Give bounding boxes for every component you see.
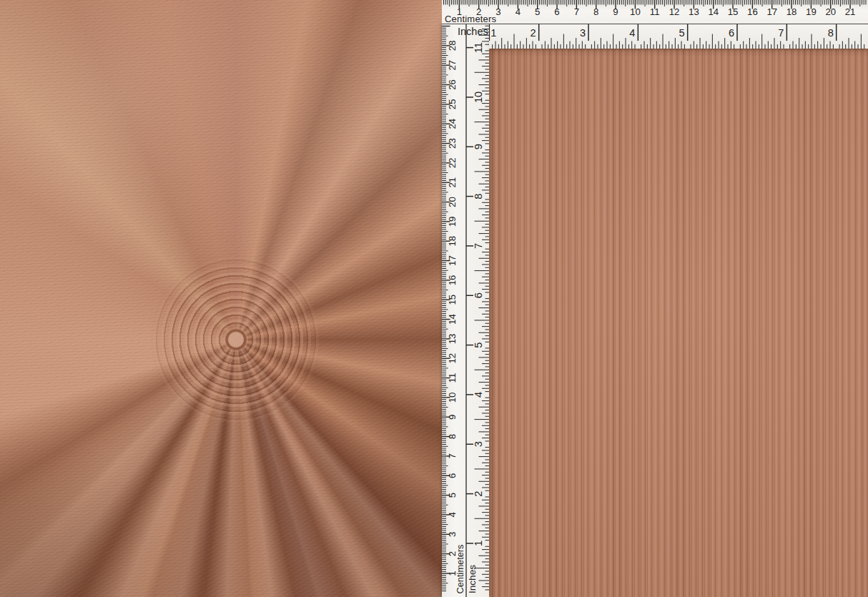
vertical-ruler: 1234567891011121314151617181920212223242… — [442, 24, 489, 597]
svg-text:1: 1 — [473, 541, 484, 546]
svg-text:3: 3 — [473, 441, 484, 447]
svg-text:8: 8 — [593, 6, 598, 17]
svg-text:11: 11 — [447, 373, 458, 383]
svg-text:5: 5 — [535, 6, 540, 17]
svg-text:19: 19 — [806, 6, 817, 17]
svg-text:8: 8 — [828, 27, 834, 39]
svg-text:5: 5 — [679, 27, 685, 39]
svg-text:18: 18 — [447, 236, 458, 247]
vertical-ruler-inches-label: Inches — [467, 565, 478, 593]
svg-text:4: 4 — [629, 27, 635, 39]
svg-text:10: 10 — [447, 393, 458, 403]
svg-text:19: 19 — [447, 217, 458, 227]
svg-text:11: 11 — [650, 6, 660, 17]
svg-text:6: 6 — [473, 292, 484, 298]
svg-text:2: 2 — [531, 27, 536, 39]
svg-text:21: 21 — [447, 177, 458, 188]
svg-text:3: 3 — [495, 6, 500, 17]
svg-text:6: 6 — [729, 27, 734, 39]
svg-text:8: 8 — [473, 194, 484, 199]
svg-text:27: 27 — [447, 60, 458, 71]
svg-text:1: 1 — [490, 27, 496, 39]
horizontal-ruler-inch-section: 12345678 — [489, 24, 868, 49]
svg-text:12: 12 — [669, 6, 680, 17]
svg-text:20: 20 — [447, 197, 458, 207]
horizontal-ruler-centimeters-label: Centimeters — [445, 14, 496, 24]
svg-text:26: 26 — [447, 79, 458, 90]
svg-text:11: 11 — [473, 42, 484, 53]
svg-text:7: 7 — [778, 27, 784, 39]
svg-text:24: 24 — [447, 119, 458, 129]
svg-text:6: 6 — [447, 473, 458, 478]
svg-text:9: 9 — [473, 144, 484, 149]
vertical-ruler-centimeters-label: Centimeters — [455, 545, 465, 594]
svg-text:8: 8 — [447, 434, 458, 439]
svg-text:16: 16 — [747, 6, 758, 17]
fabric-product-photo: 1234567891011121314151617181920212223242… — [0, 0, 868, 597]
svg-text:20: 20 — [825, 6, 836, 17]
svg-text:2: 2 — [473, 491, 484, 497]
svg-text:22: 22 — [447, 158, 458, 169]
svg-text:15: 15 — [447, 295, 458, 305]
svg-text:17: 17 — [766, 6, 777, 17]
svg-text:12: 12 — [447, 353, 458, 364]
svg-text:4: 4 — [473, 392, 484, 398]
svg-text:13: 13 — [689, 6, 699, 17]
svg-text:3: 3 — [580, 27, 586, 39]
svg-text:15: 15 — [728, 6, 739, 17]
svg-text:16: 16 — [447, 275, 458, 286]
svg-text:14: 14 — [447, 314, 458, 325]
svg-text:9: 9 — [613, 6, 618, 17]
fabric-swirl-center — [150, 254, 322, 425]
svg-text:23: 23 — [447, 138, 458, 149]
svg-text:21: 21 — [845, 6, 856, 17]
svg-text:9: 9 — [447, 415, 458, 420]
horizontal-ruler-cm-section: 123456789101112131415161718192021 Centim… — [442, 0, 868, 24]
svg-text:5: 5 — [473, 342, 484, 348]
svg-text:13: 13 — [447, 334, 458, 345]
svg-text:4: 4 — [447, 512, 458, 517]
svg-text:4: 4 — [516, 6, 521, 17]
flat-ribbed-fabric-swatch — [490, 49, 868, 597]
svg-text:28: 28 — [447, 41, 458, 51]
vertical-ruler-ticks: 1234567891011121314151617181920212223242… — [442, 24, 489, 597]
svg-text:10: 10 — [473, 92, 484, 103]
swirled-fabric-photo — [0, 0, 443, 597]
svg-text:7: 7 — [473, 243, 484, 249]
horizontal-ruler-cm-ticks: 123456789101112131415161718192021 — [442, 0, 868, 24]
svg-text:7: 7 — [574, 6, 579, 17]
svg-text:14: 14 — [708, 6, 719, 17]
svg-text:6: 6 — [554, 6, 559, 17]
svg-text:17: 17 — [447, 255, 458, 266]
horizontal-ruler-inches-label: Inches — [458, 26, 488, 37]
svg-text:5: 5 — [447, 493, 458, 498]
svg-text:25: 25 — [447, 99, 458, 110]
svg-text:3: 3 — [447, 532, 458, 537]
horizontal-ruler-inch-ticks: 12345678 — [489, 24, 868, 49]
svg-text:18: 18 — [786, 6, 797, 17]
svg-text:7: 7 — [447, 453, 458, 458]
svg-text:10: 10 — [630, 6, 641, 17]
